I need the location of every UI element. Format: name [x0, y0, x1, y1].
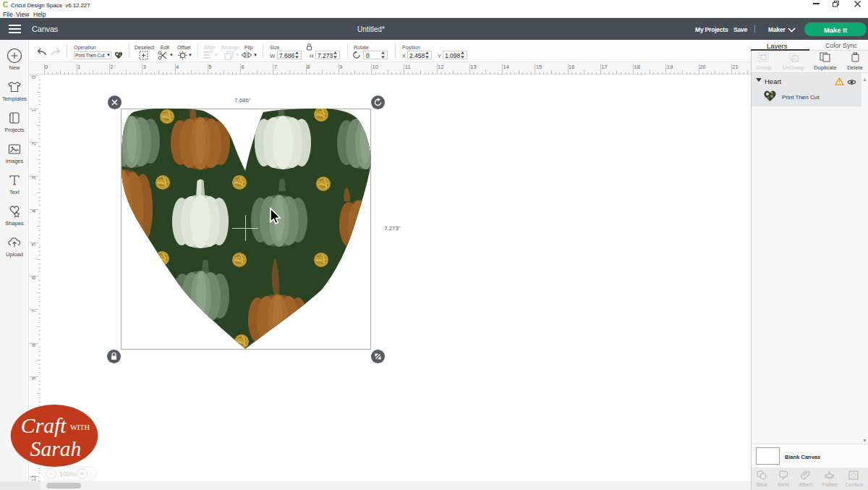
svg-text:Sarah: Sarah [30, 437, 82, 460]
svg-text:Craft: Craft [21, 414, 67, 437]
svg-text:WITH: WITH [70, 423, 90, 431]
